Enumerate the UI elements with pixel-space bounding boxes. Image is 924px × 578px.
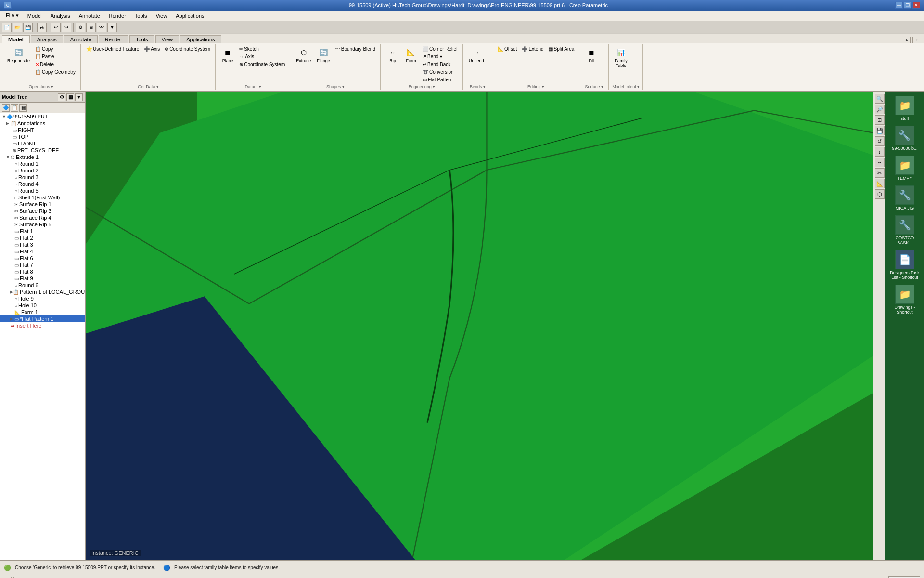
extrude1-expand[interactable]: ▼ <box>6 155 11 159</box>
help-button[interactable]: ? <box>912 37 920 43</box>
delete-button[interactable]: ✕ Delete <box>33 61 77 68</box>
bend-back-button[interactable]: ↩ Bend Back <box>421 61 460 68</box>
tree-item-flat-pattern1[interactable]: ▶ ▭ *Flat Pattern 1 <box>0 315 85 322</box>
tree-item-top[interactable]: ▭ TOP <box>0 133 85 140</box>
tree-item-flat2[interactable]: ▭ Flat 2 <box>0 235 85 241</box>
save-button[interactable]: 💾 <box>23 23 33 32</box>
zoom-in-button[interactable]: 🔍 <box>875 94 885 104</box>
desktop-icon-tempy[interactable]: 📁 TEMPY <box>895 156 914 181</box>
extend-button[interactable]: ➕ Extend <box>520 45 545 53</box>
zoom-fit-button[interactable]: ⊡ <box>875 115 885 125</box>
desktop-icon-drawings[interactable]: 📁 Drawings - Shortcut <box>888 285 922 315</box>
restore-button[interactable]: ❐ <box>904 2 911 9</box>
tree-columns-button[interactable]: ▦ <box>66 93 74 101</box>
pan-horizontal-button[interactable]: ↔ <box>875 158 885 167</box>
tree-item-front[interactable]: ▭ FRONT <box>0 140 85 147</box>
regenerate-button[interactable]: 🔄 Regenerate <box>5 45 32 65</box>
pattern1-expand[interactable]: ▶ <box>10 289 13 294</box>
desktop-icon-designers-task[interactable]: 📄 Designers Task List - Shortcut <box>888 250 922 280</box>
tree-item-round1[interactable]: ○ Round 1 <box>0 160 85 167</box>
viewport[interactable]: Instance: GENERIC <box>86 92 873 560</box>
plane-button[interactable]: ◼ Plane <box>219 45 236 65</box>
tree-item-round6[interactable]: ○ Round 6 <box>0 282 85 289</box>
boundary-blend-button[interactable]: 〰 Boundary Blend <box>334 45 377 53</box>
datum-axis-button[interactable]: ↔ Axis <box>237 53 287 60</box>
tree-tb-icon2[interactable]: 📋 <box>11 104 18 112</box>
split-area-button[interactable]: ▦ Split Area <box>547 45 577 53</box>
copy-geometry-button[interactable]: 📋 Copy Geometry <box>33 68 77 76</box>
tree-item-round3[interactable]: ○ Round 3 <box>0 174 85 181</box>
tree-item-flat9[interactable]: ▭ Flat 9 <box>0 275 85 282</box>
save-view-button[interactable]: 💾 <box>875 126 885 135</box>
tree-item-flat1[interactable]: ▭ Flat 1 <box>0 228 85 235</box>
sel-mode-icon[interactable]: ⊡ <box>851 577 860 578</box>
more-button[interactable]: ▼ <box>107 23 117 32</box>
user-defined-feature-button[interactable]: ⭐ User-Defined Feature <box>84 45 141 53</box>
mode-select[interactable]: Smart Geometry Feature <box>888 576 920 578</box>
menu-render[interactable]: Render <box>105 12 130 20</box>
tree-item-shell1[interactable]: □ Shell 1(First Wall) <box>0 194 85 201</box>
offset-button[interactable]: 📐 Offset <box>496 45 519 53</box>
tree-item-srip1[interactable]: ✂ Surface Rip 1 <box>0 201 85 208</box>
pan-vertical-button[interactable]: ↕ <box>875 147 885 157</box>
fill-button[interactable]: ◼ Fill <box>583 45 600 65</box>
tab-annotate[interactable]: Annotate <box>64 35 98 43</box>
tree-expand-button[interactable]: ▼ <box>75 93 83 101</box>
tree-item-srip5[interactable]: ✂ Surface Rip 5 <box>0 221 85 228</box>
tree-tb-icon3[interactable]: ▦ <box>19 104 27 112</box>
copy-button[interactable]: 📋 Copy <box>33 45 77 53</box>
tree-settings-button[interactable]: ⚙ <box>58 93 65 101</box>
tree-item-pattern1[interactable]: ▶ 📋 Pattern 1 of LOCAL_GROUP <box>0 289 85 295</box>
operations-group-label[interactable]: Operations ▾ <box>5 84 77 89</box>
ribbon-collapse[interactable]: ▲ <box>903 37 911 43</box>
tab-view[interactable]: View <box>155 35 180 43</box>
print-button[interactable]: 🖨 <box>37 23 47 32</box>
rip-button[interactable]: ↔ Rip <box>384 45 401 65</box>
axis-button[interactable]: ➕ Axis <box>142 45 162 53</box>
tree-item-flat6[interactable]: ▭ Flat 6 <box>0 255 85 262</box>
tree-item-hole9[interactable]: ○ Hole 9 <box>0 295 85 302</box>
new-button[interactable]: 📄 <box>2 23 12 32</box>
bottom-icon2[interactable]: 🔊 <box>13 577 21 578</box>
tree-item-annotations[interactable]: ▶ 📋 Annotations <box>0 120 85 127</box>
tree-item-insert-here[interactable]: ➡ Insert Here <box>0 322 85 329</box>
form-button[interactable]: 📐 Form <box>402 45 420 65</box>
measure-button[interactable]: 📐 <box>875 179 885 188</box>
model-tree-list[interactable]: ▼ 🔷 99-15509.PRT ▶ 📋 Annotations ▭ RIGHT… <box>0 113 85 560</box>
menu-file[interactable]: File ▾ <box>2 12 23 20</box>
get-data-group-label[interactable]: Get Data ▾ <box>84 84 212 89</box>
tree-tb-icon1[interactable]: 🔷 <box>2 104 10 112</box>
settings-button[interactable]: ⚙ <box>76 23 85 32</box>
tab-model[interactable]: Model <box>2 35 30 43</box>
shapes-group-label[interactable]: Shapes ▾ <box>294 84 377 89</box>
tab-applications[interactable]: Applications <box>180 35 221 43</box>
zoom-out-button[interactable]: 🔎 <box>875 105 885 114</box>
tree-item-form1[interactable]: 📐 Form 1 <box>0 309 85 315</box>
sketch-button[interactable]: ✏ Sketch <box>237 45 287 53</box>
tree-item-flat3[interactable]: ▭ Flat 3 <box>0 241 85 248</box>
conversion-button[interactable]: ➰ Conversion <box>421 68 460 76</box>
corner-relief-button[interactable]: ⬜ Corner Relief <box>421 45 460 53</box>
unbend-button[interactable]: ↔ Unbend <box>466 45 487 65</box>
menu-analysis[interactable]: Analysis <box>47 12 74 20</box>
display-style-button[interactable]: ⬡ <box>875 189 885 199</box>
bends-group-label[interactable]: Bends ▾ <box>466 84 489 89</box>
tree-item-prt-csys[interactable]: ⊕ PRT_CSYS_DEF <box>0 147 85 154</box>
datum-group-label[interactable]: Datum ▾ <box>219 84 287 89</box>
tree-item-flat4[interactable]: ▭ Flat 4 <box>0 248 85 255</box>
cut-button[interactable]: ✂ <box>875 168 885 178</box>
flat-pattern1-expand[interactable]: ▶ <box>10 316 14 321</box>
desktop-icon-stuff[interactable]: 📁 stuff <box>895 96 914 121</box>
tree-item-round5[interactable]: ○ Round 5 <box>0 187 85 194</box>
menu-applications[interactable]: Applications <box>172 12 208 20</box>
bend-button[interactable]: ↗ Bend ▾ <box>421 53 460 60</box>
open-button[interactable]: 📂 <box>13 23 22 32</box>
tree-item-root[interactable]: ▼ 🔷 99-15509.PRT <box>0 113 85 120</box>
tree-item-srip4[interactable]: ✂ Surface Rip 4 <box>0 214 85 221</box>
rotate-button[interactable]: ↺ <box>875 136 885 146</box>
redo-button[interactable]: ↪ <box>62 23 71 32</box>
tree-item-srip3[interactable]: ✂ Surface Rip 3 <box>0 208 85 214</box>
annotations-expand[interactable]: ▶ <box>6 121 11 126</box>
paste-button[interactable]: 📋 Paste <box>33 53 77 60</box>
model-intent-group-label[interactable]: Model Intent ▾ <box>612 84 640 89</box>
